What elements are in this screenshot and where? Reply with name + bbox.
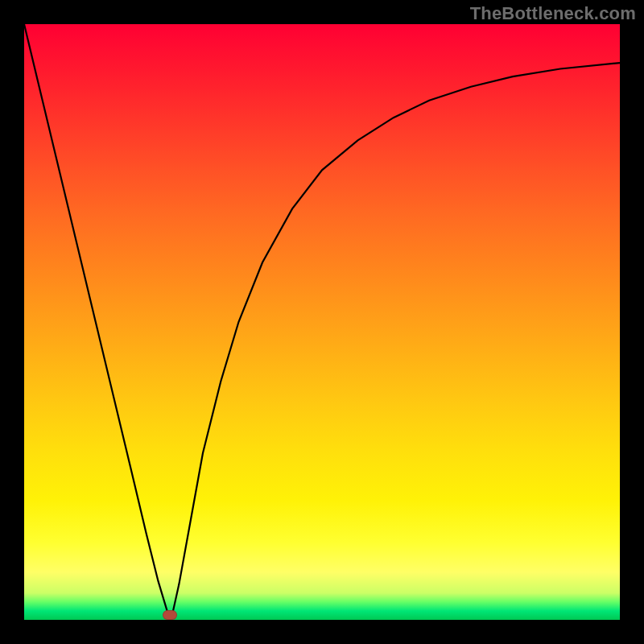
minimum-marker — [163, 610, 177, 620]
curve-svg — [24, 24, 620, 620]
watermark-text: TheBottleneck.com — [470, 3, 636, 24]
bottleneck-curve — [24, 24, 620, 618]
chart-frame: TheBottleneck.com — [0, 0, 644, 644]
plot-area — [24, 24, 620, 620]
